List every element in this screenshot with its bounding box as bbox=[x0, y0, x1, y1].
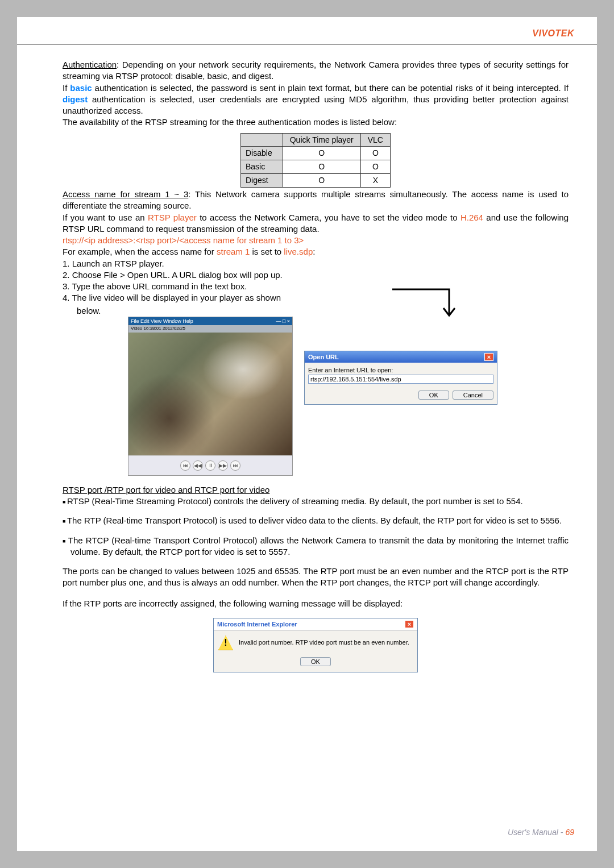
arrow-down-icon bbox=[392, 288, 460, 328]
ports-para1: The ports can be changed to values betwe… bbox=[63, 566, 569, 589]
step-2: 2. Choose File > Open URL. A URL dialog … bbox=[63, 269, 569, 281]
txt: : bbox=[313, 247, 315, 256]
step-3: 3. Type the above URL command in the tex… bbox=[63, 281, 569, 292]
livesdp-text: live.sdp bbox=[284, 247, 313, 256]
dialog-body: Enter an Internet URL to open: bbox=[305, 363, 497, 387]
open-url-dialog: Open URL × Enter an Internet URL to open… bbox=[304, 351, 497, 405]
cell: X bbox=[360, 174, 390, 188]
brand-header: VIVOTEK bbox=[17, 17, 597, 43]
txt: If you want to use an bbox=[63, 213, 148, 222]
next-icon[interactable]: ⏭ bbox=[230, 460, 240, 471]
ie-message: Invalid port number. RTP video port must… bbox=[239, 638, 409, 647]
auth-intro: : Depending on your network security req… bbox=[63, 60, 569, 81]
if-prefix: If bbox=[63, 83, 70, 93]
ie-warning-dialog: Microsoft Internet Explorer × ! Invalid … bbox=[213, 618, 418, 672]
auth-table: Quick Time player VLC Disable O O Basic … bbox=[240, 133, 391, 188]
bullet-rtp: The RTP (Real-time Transport Protocol) i… bbox=[70, 515, 569, 526]
step-1: 1. Launch an RTSP player. bbox=[63, 258, 569, 269]
arrow-column: Open URL × Enter an Internet URL to open… bbox=[304, 305, 497, 405]
basic-text: authentication is selected, the password… bbox=[92, 83, 569, 93]
row-label: Digest bbox=[241, 174, 283, 188]
table-row: Quick Time player VLC bbox=[241, 133, 391, 147]
main-content: Authentication: Depending on your networ… bbox=[17, 59, 597, 672]
digest-text: authentication is selected, user credent… bbox=[63, 94, 569, 115]
url-template: rtsp://<ip address>:<rtsp port>/<access … bbox=[63, 235, 569, 246]
table-header-qt: Quick Time player bbox=[283, 133, 360, 147]
ie-titlebar: Microsoft Internet Explorer × bbox=[214, 618, 417, 631]
footer-page: 69 bbox=[565, 828, 574, 837]
back-icon[interactable]: ◀◀ bbox=[193, 460, 203, 471]
cancel-button[interactable]: Cancel bbox=[453, 391, 493, 400]
avail-text: The availability of the RTSP streaming f… bbox=[63, 117, 569, 128]
video-player-screenshot: File Edit View Window Help — □ × Video 1… bbox=[128, 317, 293, 476]
close-icon[interactable]: × bbox=[405, 620, 414, 628]
dialog-title: Open URL bbox=[308, 353, 339, 362]
window-controls: — □ × bbox=[276, 318, 290, 325]
cell: O bbox=[283, 160, 360, 174]
fwd-icon[interactable]: ▶▶ bbox=[218, 460, 228, 471]
basic-keyword: basic bbox=[70, 83, 92, 93]
page-footer: User's Manual - 69 bbox=[508, 828, 574, 837]
auth-heading: Authentication bbox=[63, 60, 117, 69]
bullet-rtsp: RTSP (Real-Time Streaming Protocol) cont… bbox=[70, 496, 569, 507]
table-header-empty bbox=[241, 133, 283, 147]
digest-keyword: digest bbox=[63, 94, 88, 104]
ie-title-text: Microsoft Internet Explorer bbox=[217, 620, 297, 629]
ie-body: ! Invalid port number. RTP video port mu… bbox=[214, 631, 417, 655]
steps-list: 1. Launch an RTSP player. 2. Choose File… bbox=[63, 258, 569, 304]
footer-text: User's Manual - bbox=[508, 828, 565, 837]
ports-heading: RTSP port /RTP port for video and RTCP p… bbox=[63, 484, 569, 496]
cell: O bbox=[283, 147, 360, 160]
document-page: VIVOTEK Authentication: Depending on you… bbox=[17, 17, 597, 851]
header-divider bbox=[17, 44, 597, 45]
url-input[interactable] bbox=[308, 375, 493, 384]
stream1-text: stream 1 bbox=[217, 247, 250, 256]
dialog-buttons: OK Cancel bbox=[305, 387, 497, 404]
table-header-vlc: VLC bbox=[360, 133, 390, 147]
auth-paragraph: Authentication: Depending on your networ… bbox=[63, 59, 569, 82]
auth-basic-digest: If basic authentication is selected, the… bbox=[63, 82, 569, 117]
step-4: 4. The live video will be displayed in y… bbox=[63, 292, 569, 304]
access-line2: If you want to use an RTSP player to acc… bbox=[63, 212, 569, 235]
rtsp-player-text: RTSP player bbox=[148, 213, 197, 222]
example-line: For example, when the access name for st… bbox=[63, 246, 569, 258]
dialog-titlebar: Open URL × bbox=[305, 351, 497, 363]
table-row: Digest O X bbox=[241, 174, 391, 188]
media-row: below. File Edit View Window Help — □ × … bbox=[63, 305, 569, 476]
access-paragraph: Access name for stream 1 ~ 3: This Netwo… bbox=[63, 189, 569, 212]
txt: For example, when the access name for bbox=[63, 247, 217, 256]
txt: is set to bbox=[250, 247, 284, 256]
warning-icon: ! bbox=[218, 636, 233, 650]
ok-button[interactable]: OK bbox=[300, 657, 331, 666]
row-label: Basic bbox=[241, 160, 283, 174]
ie-footer: OK bbox=[214, 655, 417, 672]
video-frame-image bbox=[128, 333, 292, 455]
row-label: Disable bbox=[241, 147, 283, 160]
url-label: Enter an Internet URL to open: bbox=[308, 366, 493, 375]
pause-icon[interactable]: ⏸ bbox=[205, 460, 215, 471]
video-timestamp: Video 16:38:01 2012/02/25 bbox=[128, 325, 292, 333]
bullet-rtcp: The RTCP (Real-time Transport Control Pr… bbox=[70, 535, 569, 558]
h264-text: H.264 bbox=[460, 213, 483, 222]
access-heading: Access name for stream 1 ~ 3 bbox=[63, 189, 188, 199]
step4-below: below. bbox=[77, 305, 293, 317]
cell: O bbox=[283, 174, 360, 188]
txt: to access the Network Camera, you have t… bbox=[197, 213, 460, 222]
rewind-icon[interactable]: ⏮ bbox=[180, 460, 190, 471]
table-row: Disable O O bbox=[241, 147, 391, 160]
video-controls: ⏮ ◀◀ ⏸ ▶▶ ⏭ bbox=[128, 455, 292, 475]
cell: O bbox=[360, 147, 390, 160]
ports-para2: If the RTP ports are incorrectly assigne… bbox=[63, 598, 569, 609]
table-row: Basic O O bbox=[241, 160, 391, 174]
ok-button[interactable]: OK bbox=[418, 391, 449, 400]
video-menu: File Edit View Window Help bbox=[131, 318, 193, 325]
close-icon[interactable]: × bbox=[484, 353, 493, 361]
cell: O bbox=[360, 160, 390, 174]
video-titlebar: File Edit View Window Help — □ × bbox=[128, 317, 292, 325]
